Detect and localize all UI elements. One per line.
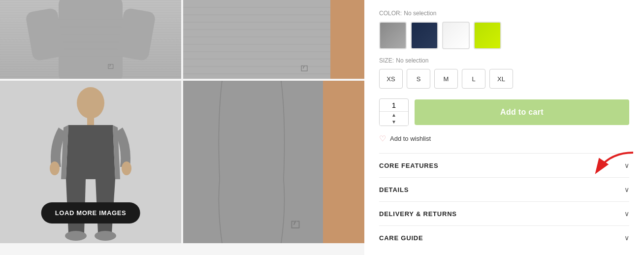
qty-increase-button[interactable]: ▲ bbox=[380, 112, 408, 119]
size-label: SIZE: No selection bbox=[379, 57, 629, 64]
accordion-details-title: DETAILS bbox=[379, 186, 409, 193]
accordion-care-guide-header[interactable]: CARE GUIDE ∨ bbox=[379, 226, 629, 250]
product-image-2[interactable]: ⏍ bbox=[183, 0, 364, 79]
accordion-delivery-returns-header[interactable]: DELIVERY & RETURNS ∨ bbox=[379, 202, 629, 225]
size-btn-xl[interactable]: XL bbox=[489, 69, 513, 89]
qty-decrease-button[interactable]: ▼ bbox=[380, 119, 408, 126]
product-panel: COLOR: No selection SIZE: No selection X… bbox=[364, 0, 644, 255]
product-image-4[interactable]: ⏍ bbox=[183, 81, 364, 243]
accordion-delivery-returns: DELIVERY & RETURNS ∨ bbox=[379, 201, 629, 225]
accordion-care-guide-title: CARE GUIDE bbox=[379, 234, 423, 242]
color-value: No selection bbox=[404, 10, 436, 17]
accordion-core-features: CORE FEATURES ∨ bbox=[379, 153, 629, 177]
size-btn-m[interactable]: M bbox=[434, 69, 458, 89]
accordion-care-guide: CARE GUIDE ∨ bbox=[379, 225, 629, 250]
color-swatch-gray[interactable] bbox=[379, 22, 407, 49]
size-section: SIZE: No selection XS S M L XL bbox=[379, 57, 629, 89]
color-section: COLOR: No selection bbox=[379, 10, 629, 49]
svg-text:⏍: ⏍ bbox=[108, 61, 114, 71]
svg-point-43 bbox=[122, 161, 131, 175]
color-swatch-navy[interactable] bbox=[411, 22, 438, 49]
quantity-control: 1 ▲ ▼ bbox=[379, 98, 409, 126]
size-btn-l[interactable]: L bbox=[462, 69, 485, 89]
color-swatches bbox=[379, 22, 629, 49]
product-image-3[interactable]: LOAD MORE IMAGES bbox=[0, 81, 181, 243]
size-value: No selection bbox=[396, 57, 428, 64]
svg-point-45 bbox=[95, 231, 116, 241]
quantity-display: 1 bbox=[380, 99, 408, 112]
color-swatch-lime[interactable] bbox=[474, 22, 501, 49]
accordion-details-header[interactable]: DETAILS ∨ bbox=[379, 178, 629, 201]
chevron-down-icon-care: ∨ bbox=[624, 234, 629, 242]
size-btn-s[interactable]: S bbox=[407, 69, 430, 89]
svg-rect-27 bbox=[183, 0, 330, 79]
svg-point-44 bbox=[65, 231, 87, 241]
accordion-core-features-title: CORE FEATURES bbox=[379, 162, 438, 169]
svg-rect-87 bbox=[321, 81, 364, 243]
image-gallery: ⏍ bbox=[0, 0, 364, 255]
color-label: COLOR: No selection bbox=[379, 10, 629, 17]
svg-text:⏍: ⏍ bbox=[291, 216, 300, 231]
svg-rect-26 bbox=[325, 0, 364, 79]
svg-point-42 bbox=[50, 161, 60, 175]
chevron-down-icon-details: ∨ bbox=[624, 186, 629, 193]
accordion-details: DETAILS ∨ bbox=[379, 177, 629, 201]
wishlist-row[interactable]: ♡ Add to wishlist bbox=[379, 134, 629, 143]
svg-rect-88 bbox=[183, 81, 323, 243]
load-more-button[interactable]: LOAD MORE IMAGES bbox=[41, 202, 140, 223]
svg-point-40 bbox=[77, 87, 104, 119]
heart-icon: ♡ bbox=[379, 134, 386, 143]
red-arrow-annotation bbox=[595, 150, 634, 175]
color-swatch-white[interactable] bbox=[442, 22, 470, 49]
wishlist-label: Add to wishlist bbox=[390, 135, 431, 142]
accordion-core-features-header[interactable]: CORE FEATURES ∨ bbox=[379, 154, 629, 177]
qty-arrows: ▲ ▼ bbox=[380, 112, 408, 126]
svg-text:⏍: ⏍ bbox=[301, 62, 308, 74]
chevron-down-icon-delivery: ∨ bbox=[624, 210, 629, 218]
size-btn-xs[interactable]: XS bbox=[379, 69, 403, 89]
accordion-delivery-returns-title: DELIVERY & RETURNS bbox=[379, 210, 457, 218]
add-to-cart-button[interactable]: Add to cart bbox=[415, 99, 629, 125]
cart-row: 1 ▲ ▼ Add to cart bbox=[379, 98, 629, 126]
product-image-1[interactable]: ⏍ bbox=[0, 0, 181, 79]
size-buttons: XS S M L XL bbox=[379, 69, 629, 89]
svg-rect-41 bbox=[87, 116, 94, 126]
